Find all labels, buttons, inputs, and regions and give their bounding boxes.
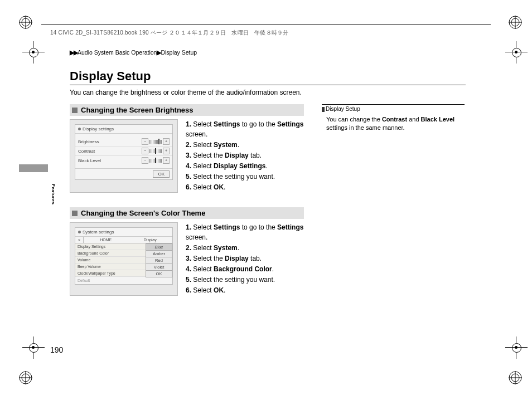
header-rule xyxy=(41,25,491,25)
square-bullet-icon xyxy=(72,211,78,216)
section-brightness-content: Display settings Brightness−+Contrast−+B… xyxy=(70,119,304,193)
breadcrumb: ▶▶Audio System Basic Operation▶Display S… xyxy=(70,49,466,56)
screenshot-display-settings: Display settings Brightness−+Contrast−+B… xyxy=(70,119,178,193)
sidebar-marker-icon xyxy=(322,107,325,112)
shot2-list-item: Display Settings xyxy=(75,243,146,250)
step-item: 4. Select Display Settings. xyxy=(186,161,304,171)
step-item: 2. Select System. xyxy=(186,243,304,253)
step-item: 6. Select OK. xyxy=(186,285,304,295)
shot1-ok: OK xyxy=(153,170,170,178)
square-bullet-icon xyxy=(72,108,78,113)
chapter-label: Features xyxy=(51,184,56,204)
shot1-row: Black Level−+ xyxy=(75,155,172,165)
sidebar-text-mid: and xyxy=(407,116,420,123)
steps-color: 1. Select Settings to go to the Settings… xyxy=(186,222,304,296)
sidebar-text-b2: Black Level xyxy=(421,116,455,123)
sidebar-text-b1: Contrast xyxy=(382,116,407,123)
shot2-list-item: Background Color xyxy=(75,250,146,257)
left-column: Changing the Screen Brightness Display s… xyxy=(70,104,304,310)
registration-mark-icon xyxy=(509,371,522,384)
step-item: 2. Select System. xyxy=(186,140,304,150)
sidebar-note: Display Setup You can change the Contras… xyxy=(322,104,465,133)
shot1-row: Brightness−+ xyxy=(75,137,172,146)
step-item: 5. Select the setting you want. xyxy=(186,172,304,182)
crop-mark-icon xyxy=(22,336,45,359)
right-column: Display Setup You can change the Contras… xyxy=(322,104,465,310)
section-heading-brightness: Changing the Screen Brightness xyxy=(70,104,304,116)
page-body: ▶▶Audio System Basic Operation▶Display S… xyxy=(70,49,466,310)
registration-mark-icon xyxy=(509,16,522,29)
shot2-list-item: Clock/Wallpaper Type xyxy=(75,270,146,277)
doc-header-line: 14 CIVIC 2D_SI-31TS86210.book 190 ページ ２０… xyxy=(50,29,288,37)
section-color-content: System settings < HOME Display Display S… xyxy=(70,222,304,296)
shot2-tab-home: HOME xyxy=(84,237,128,243)
shot2-list-item: Volume xyxy=(75,257,146,264)
step-item: 3. Select the Display tab. xyxy=(186,253,304,264)
breadcrumb-item-2: Display Setup xyxy=(161,49,197,56)
step-item: 6. Select OK. xyxy=(186,182,304,192)
step-item: 5. Select the setting you want. xyxy=(186,275,304,285)
shot2-title: System settings xyxy=(83,230,114,235)
registration-mark-icon xyxy=(19,371,32,384)
breadcrumb-arrows: ▶▶ xyxy=(70,49,78,56)
sidebar-text-line2: settings in the same manner. xyxy=(326,124,405,131)
shot2-footer: Default xyxy=(75,277,172,284)
section-heading-brightness-text: Changing the Screen Brightness xyxy=(81,106,194,114)
registration-mark-icon xyxy=(19,16,32,29)
crop-mark-icon xyxy=(505,336,528,359)
shot2-back: < xyxy=(75,237,84,243)
step-item: 1. Select Settings to go to the Settings… xyxy=(186,222,304,242)
intro-text: You can change the brightness or color t… xyxy=(70,89,466,96)
step-item: 4. Select Background Color. xyxy=(186,264,304,274)
shot2-list-item: Beep Volume xyxy=(75,264,146,270)
section-heading-color: Changing the Screen's Color Theme xyxy=(70,207,304,219)
section-heading-color-text: Changing the Screen's Color Theme xyxy=(81,209,205,217)
steps-brightness: 1. Select Settings to go to the Settings… xyxy=(186,119,304,193)
shot1-title: Display settings xyxy=(83,126,114,131)
crop-mark-icon xyxy=(505,41,528,64)
page-number: 190 xyxy=(50,345,63,354)
shot1-row: Contrast−+ xyxy=(75,146,172,155)
sidebar-text-pre: You can change the xyxy=(326,116,382,123)
breadcrumb-item-1: Audio System Basic Operation xyxy=(78,49,157,56)
step-item: 1. Select Settings to go to the Settings… xyxy=(186,119,304,139)
sidebar-title-text: Display Setup xyxy=(326,106,360,112)
shot2-tab-display: Display xyxy=(128,237,173,243)
chapter-tab xyxy=(19,164,48,172)
shot2-option: OK xyxy=(146,270,172,277)
page-title: Display Setup xyxy=(70,69,466,85)
screenshot-system-settings: System settings < HOME Display Display S… xyxy=(70,222,178,296)
crop-mark-icon xyxy=(22,41,45,64)
step-item: 3. Select the Display tab. xyxy=(186,150,304,160)
